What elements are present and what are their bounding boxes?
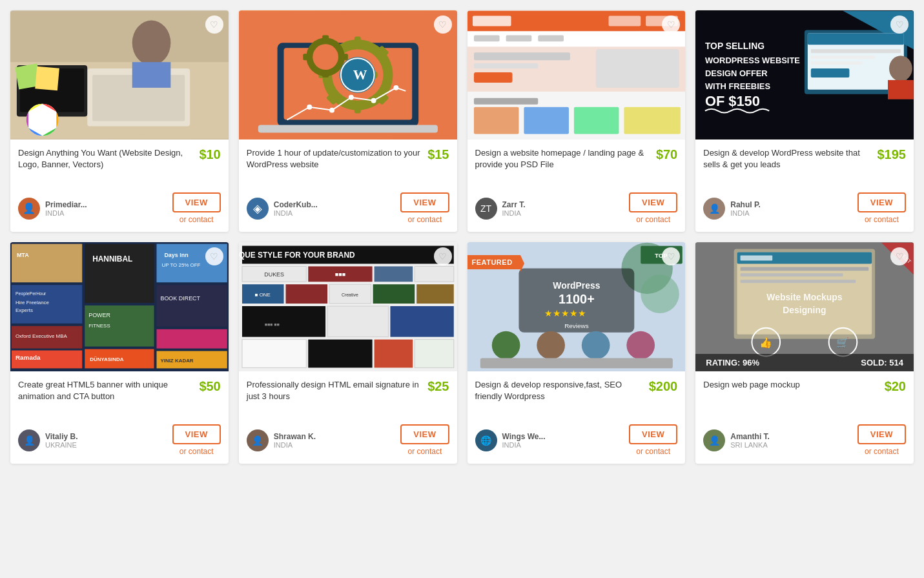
svg-rect-45 xyxy=(473,35,499,41)
card-6-seller-country: INDIA xyxy=(274,441,316,449)
card-4: TOP SELLING WORDPRESS WEBSITE DESIGN OFF… xyxy=(695,10,914,232)
svg-rect-53 xyxy=(473,98,537,105)
svg-rect-41 xyxy=(472,16,511,26)
card-8-seller-name: Amanthi T. xyxy=(730,432,770,441)
card-1-heart-button[interactable]: ♡ xyxy=(205,15,223,34)
card-2-avatar: ◈ xyxy=(247,198,269,220)
svg-point-72 xyxy=(889,56,912,81)
svg-text:👍: 👍 xyxy=(760,336,773,349)
card-3-body: Design a website homepage / landing page… xyxy=(467,139,686,232)
card-5-seller-country: UKRAINE xyxy=(45,441,77,449)
card-4-or-contact[interactable]: or contact xyxy=(865,215,899,224)
card-1-or-contact[interactable]: or contact xyxy=(180,215,214,224)
svg-rect-47 xyxy=(538,35,564,41)
svg-rect-123 xyxy=(415,340,454,368)
card-4-seller-details: Rahul P. INDIA xyxy=(730,200,760,217)
svg-rect-52 xyxy=(595,49,679,88)
svg-rect-42 xyxy=(608,16,641,26)
card-8-actions: VIEW or contact xyxy=(857,424,906,456)
svg-text:OF $150: OF $150 xyxy=(705,93,760,109)
card-4-actions: VIEW or contact xyxy=(857,192,906,224)
card-6-view-button[interactable]: VIEW xyxy=(400,424,449,444)
svg-rect-145 xyxy=(741,256,773,261)
card-7-price: $200 xyxy=(649,379,678,394)
card-1-image: ♡ xyxy=(10,10,229,139)
card-8-heart-button[interactable]: ♡ xyxy=(890,247,909,265)
card-5-seller-name: Vitaliy B. xyxy=(45,432,77,441)
card-3: ♡ Design a website homepage / landing pa… xyxy=(467,10,686,232)
card-4-price: $195 xyxy=(878,147,907,162)
card-6-avatar: 👤 xyxy=(247,429,269,451)
card-6-image: UNIQUE STYLE FOR YOUR BRAND DUKES ■■■ ■ … xyxy=(239,242,457,371)
card-6-footer: 👤 Shrawan K. INDIA VIEW or contact xyxy=(247,424,449,456)
svg-rect-64 xyxy=(811,56,875,59)
card-6-actions: VIEW or contact xyxy=(400,424,449,456)
svg-rect-49 xyxy=(473,52,570,60)
card-1-seller-country: INDIA xyxy=(45,209,87,217)
svg-rect-122 xyxy=(374,340,413,368)
card-1-info-row: Design Anything You Want (Website Design… xyxy=(18,147,221,186)
card-7-seller-country: INDIA xyxy=(502,441,546,449)
card-3-footer: ZT Zarr T. INDIA VIEW or contact xyxy=(475,192,678,224)
svg-text:1100+: 1100+ xyxy=(558,292,594,306)
card-1: ♡ Design Anything You Want (Website Desi… xyxy=(10,10,229,232)
card-8-price: $20 xyxy=(885,379,906,394)
card-6-or-contact[interactable]: or contact xyxy=(408,447,442,456)
card-7-view-button[interactable]: VIEW xyxy=(629,424,677,444)
svg-text:Experts: Experts xyxy=(15,307,33,313)
card-7-image: WordPress 1100+ ★★★★★ Reviews TOP xyxy=(467,242,686,371)
card-3-or-contact[interactable]: or contact xyxy=(636,215,670,224)
card-4-body: Design & develop WordPress website that … xyxy=(695,139,914,232)
svg-rect-73 xyxy=(888,80,914,99)
card-8-view-button[interactable]: VIEW xyxy=(857,424,906,444)
card-7-seller: 🌐 Wings We... INDIA xyxy=(475,429,546,451)
svg-text:POWER: POWER xyxy=(88,312,110,318)
card-8-body: Design web page mockup $20 👤 Amanthi T. … xyxy=(695,371,914,464)
card-7-seller-details: Wings We... INDIA xyxy=(502,432,546,449)
svg-rect-10 xyxy=(35,67,59,91)
card-4-heart-button[interactable]: ♡ xyxy=(890,15,909,34)
card-4-image: TOP SELLING WORDPRESS WEBSITE DESIGN OFF… xyxy=(695,10,914,139)
card-8-or-contact[interactable]: or contact xyxy=(865,447,899,456)
card-5-body: Create great HTML5 banner with unique an… xyxy=(10,371,229,464)
card-5-view-button[interactable]: VIEW xyxy=(172,424,221,444)
card-5-image: MTA PeoplePerHour Hire Freelance Experts… xyxy=(10,242,229,371)
svg-rect-7 xyxy=(132,62,171,88)
svg-text:DÜNYASINDA: DÜNYASINDA xyxy=(90,356,123,362)
card-3-seller: ZT Zarr T. INDIA xyxy=(475,198,526,220)
card-2-or-contact[interactable]: or contact xyxy=(408,215,442,224)
card-5-or-contact[interactable]: or contact xyxy=(180,447,214,456)
card-5-avatar: 👤 xyxy=(18,429,40,451)
svg-rect-28 xyxy=(322,70,329,77)
card-4-seller: 👤 Rahul P. INDIA xyxy=(703,198,760,220)
card-6-heart-button[interactable]: ♡ xyxy=(434,247,452,265)
svg-point-36 xyxy=(349,95,354,100)
svg-point-34 xyxy=(307,105,312,110)
svg-rect-147 xyxy=(741,273,843,276)
card-1-title: Design Anything You Want (Website Design… xyxy=(18,147,199,170)
card-8-seller: 👤 Amanthi T. SRI LANKA xyxy=(703,429,770,451)
svg-text:DESIGN OFFER: DESIGN OFFER xyxy=(705,68,768,78)
svg-text:FITNESS: FITNESS xyxy=(88,323,110,329)
card-2-heart-button[interactable]: ♡ xyxy=(434,15,452,34)
card-4-view-button[interactable]: VIEW xyxy=(857,192,906,212)
svg-text:■ ONE: ■ ONE xyxy=(254,292,270,298)
card-8-image: Website Mockups Designing 👍 🛒 EST RATING… xyxy=(695,242,914,371)
card-1-view-button[interactable]: VIEW xyxy=(172,192,221,212)
card-4-seller-name: Rahul P. xyxy=(730,200,760,209)
card-2-seller-country: INDIA xyxy=(274,209,318,217)
card-5-title: Create great HTML5 banner with unique an… xyxy=(18,379,199,402)
card-2-view-button[interactable]: VIEW xyxy=(400,192,449,212)
svg-rect-119 xyxy=(390,306,453,337)
card-7-title: Design & develop responsive,fast, SEO fr… xyxy=(475,379,649,402)
card-5-heart-button[interactable]: ♡ xyxy=(205,247,223,265)
card-2: W ♡ Provide 1 hour of update/customizati… xyxy=(239,10,457,232)
svg-point-133 xyxy=(491,331,520,360)
card-2-seller: ◈ CoderKub... INDIA xyxy=(247,198,318,220)
card-3-view-button[interactable]: VIEW xyxy=(629,192,677,212)
card-6-body: Professionally design HTML email signatu… xyxy=(239,371,457,464)
svg-text:Website Mockups: Website Mockups xyxy=(767,292,843,302)
card-4-footer: 👤 Rahul P. INDIA VIEW or contact xyxy=(703,192,906,224)
svg-rect-111 xyxy=(285,284,327,304)
card-7-or-contact[interactable]: or contact xyxy=(636,447,670,456)
